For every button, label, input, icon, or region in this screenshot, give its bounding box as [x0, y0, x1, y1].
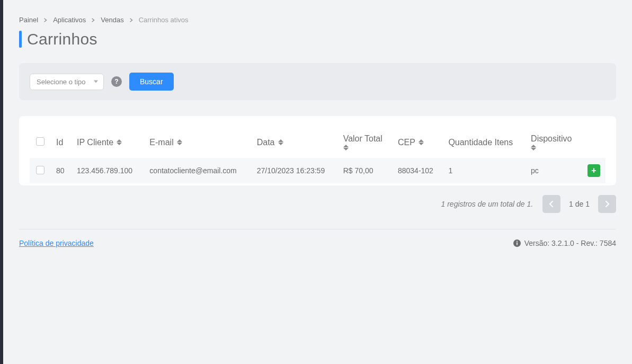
cell-date: 27/10/2023 16:23:59 [252, 158, 338, 183]
sort-icon[interactable] [117, 139, 122, 145]
filter-card: Selecione o tipo ? Buscar [19, 63, 616, 100]
carts-table: Id IP Cliente E-mail [30, 127, 606, 183]
cell-qty: 1 [443, 158, 526, 183]
column-header-qty[interactable]: Quantidade Itens [443, 127, 526, 158]
column-header-device[interactable]: Dispositivo [526, 127, 582, 158]
chevron-right-icon [91, 16, 95, 24]
cell-total: R$ 70,00 [338, 158, 393, 183]
svg-rect-1 [517, 243, 518, 245]
column-header-total[interactable]: Valor Total [338, 127, 393, 158]
breadcrumb: Painel Aplicativos Vendas Carrinhos ativ… [19, 16, 616, 24]
page-title: Carrinhos [27, 30, 97, 48]
chevron-left-icon [549, 201, 554, 207]
column-label: Id [56, 138, 63, 147]
breadcrumb-link-aplicativos[interactable]: Aplicativos [53, 16, 86, 24]
column-label: Dispositivo [531, 134, 572, 144]
breadcrumb-current: Carrinhos ativos [139, 16, 189, 24]
svg-point-2 [517, 241, 518, 242]
column-header-ip[interactable]: IP Cliente [72, 127, 144, 158]
table-card: Id IP Cliente E-mail [19, 116, 616, 185]
cell-device: pc [526, 158, 582, 183]
column-header-cep[interactable]: CEP [393, 127, 443, 158]
chevron-right-icon [129, 16, 133, 24]
column-header-email[interactable]: E-mail [144, 127, 251, 158]
expand-row-button[interactable]: + [588, 164, 600, 177]
pager: 1 de 1 [542, 195, 616, 213]
pager-prev-button[interactable] [542, 195, 560, 213]
search-button[interactable]: Buscar [129, 73, 174, 91]
row-checkbox[interactable] [36, 166, 44, 174]
title-accent-bar [19, 31, 22, 48]
column-header-actions [582, 127, 606, 158]
chevron-right-icon [43, 16, 48, 24]
pager-next-button[interactable] [598, 195, 616, 213]
chevron-right-icon [604, 201, 610, 207]
sort-icon[interactable] [177, 139, 182, 145]
help-icon[interactable]: ? [111, 76, 122, 87]
cell-email: contatocliente@email.com [144, 158, 251, 183]
column-label: Quantidade Itens [448, 138, 513, 147]
type-select[interactable]: Selecione o tipo [30, 74, 104, 90]
breadcrumb-link-vendas[interactable]: Vendas [101, 16, 123, 24]
version-text: Versão: 3.2.1.0 - Rev.: 7584 [524, 239, 616, 247]
column-label: Data [257, 138, 275, 147]
pagination: 1 registros de um total de 1. 1 de 1 [19, 193, 616, 229]
cell-ip: 123.456.789.100 [72, 158, 144, 183]
pagination-info: 1 registros de um total de 1. [441, 200, 533, 208]
column-label: CEP [398, 138, 415, 147]
column-label: Valor Total [343, 134, 382, 144]
column-label: E-mail [149, 138, 173, 147]
table-row: 80 123.456.789.100 contatocliente@email.… [30, 158, 606, 183]
column-label: IP Cliente [77, 138, 113, 147]
main-content: Painel Aplicativos Vendas Carrinhos ativ… [3, 0, 632, 364]
footer-version: Versão: 3.2.1.0 - Rev.: 7584 [513, 239, 616, 247]
breadcrumb-link-painel[interactable]: Painel [19, 16, 38, 24]
column-header-id[interactable]: Id [51, 127, 72, 158]
select-all-checkbox[interactable] [36, 137, 44, 146]
sort-icon[interactable] [343, 145, 349, 150]
cell-cep: 88034-102 [393, 158, 443, 183]
footer: Política de privacidade Versão: 3.2.1.0 … [19, 239, 616, 247]
sort-icon[interactable] [278, 139, 283, 145]
column-header-date[interactable]: Data [252, 127, 338, 158]
info-icon [513, 239, 521, 247]
pager-page-text: 1 de 1 [563, 200, 596, 208]
sort-icon[interactable] [419, 139, 424, 145]
page-title-wrap: Carrinhos [19, 30, 616, 48]
sort-icon[interactable] [531, 145, 536, 150]
cell-id: 80 [51, 158, 72, 183]
divider [19, 229, 616, 229]
privacy-policy-link[interactable]: Política de privacidade [19, 239, 94, 247]
